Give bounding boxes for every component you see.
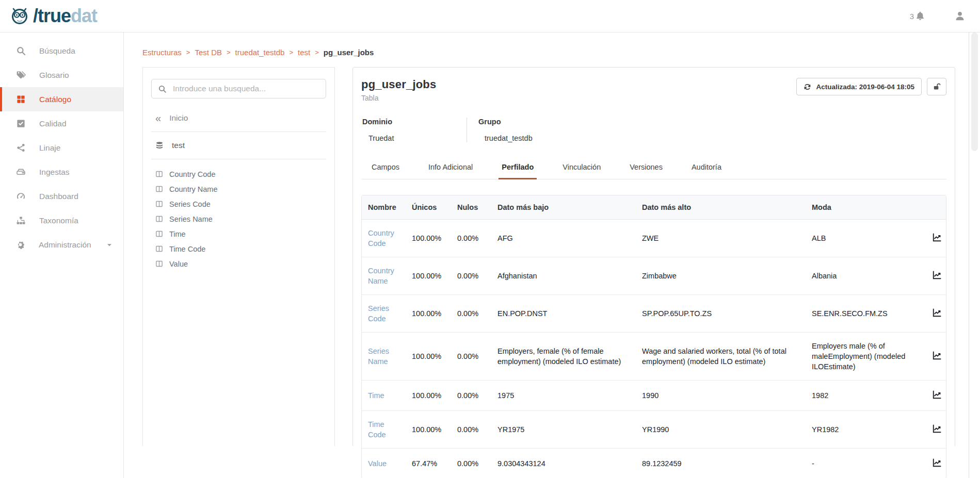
breadcrumb-link-test-db[interactable]: Test DB: [195, 48, 222, 57]
view-distribution-button[interactable]: [931, 307, 943, 320]
explorer-search-box[interactable]: [151, 79, 326, 98]
field-link-country-code[interactable]: Country Code: [368, 229, 394, 248]
cell-nulls: 0.00%: [451, 295, 491, 333]
view-distribution-button[interactable]: [931, 269, 943, 283]
cell-nulls: 0.00%: [451, 333, 491, 381]
sidebar-item-label: Búsqueda: [39, 46, 75, 56]
explorer-parent-node[interactable]: test: [143, 132, 334, 159]
sidebar-item-label: Administración: [39, 240, 91, 250]
notification-count: 3: [910, 12, 914, 21]
tab-info-adicional[interactable]: Info Adicional: [425, 159, 476, 179]
column-header-unicos: Únicos: [406, 195, 451, 220]
cell-name: Value: [362, 449, 406, 478]
tab-campos[interactable]: Campos: [368, 159, 403, 179]
bell-icon: [915, 11, 925, 21]
view-distribution-button[interactable]: [931, 457, 943, 470]
cell-nulls: 0.00%: [451, 220, 491, 257]
field-link-value[interactable]: Value: [368, 459, 387, 468]
cell-highest: Zimbabwe: [636, 257, 806, 295]
detail-tabs: CamposInfo AdicionalPerfiladoVinculación…: [361, 159, 946, 179]
cell-actions: [925, 333, 946, 381]
explorer-column-time[interactable]: Time: [143, 226, 334, 241]
explorer-column-series-name[interactable]: Series Name: [143, 211, 334, 226]
cell-actions: [925, 257, 946, 295]
structure-explorer-panel: « Inicio test Country CodeCountr: [142, 67, 335, 446]
sidebar-item-linaje[interactable]: Linaje: [0, 136, 123, 160]
cell-highest: ZWE: [636, 220, 806, 257]
table-columns-icon: [155, 230, 163, 238]
sidebar-item-administracion[interactable]: Administración: [0, 233, 123, 257]
field-link-time[interactable]: Time: [368, 391, 384, 400]
sidebar-item-taxonomia[interactable]: Taxonomía: [0, 208, 123, 233]
table-header-row: NombreÚnicosNulosDato más bajoDato más a…: [362, 195, 946, 220]
meta-section: DominioTruedatGrupotruedat_testdb: [361, 118, 946, 142]
cell-nulls: 0.00%: [451, 411, 491, 449]
tab-auditoria[interactable]: Auditoría: [688, 159, 725, 179]
user-avatar-icon[interactable]: [954, 10, 966, 22]
chart-line-icon: [932, 351, 942, 360]
cell-highest: 89.1232459: [636, 449, 806, 478]
breadcrumb: Estructuras>Test DB>truedat_testdb>test>…: [142, 48, 980, 57]
tab-vinculacion[interactable]: Vinculación: [559, 159, 604, 179]
cell-lowest: 1975: [491, 381, 636, 411]
field-link-time-code[interactable]: Time Code: [368, 420, 386, 439]
breadcrumb-link-test[interactable]: test: [298, 48, 310, 57]
table-columns-icon: [155, 215, 163, 223]
tab-perfilado[interactable]: Perfilado: [499, 159, 537, 179]
cell-name: Country Code: [362, 220, 406, 257]
sidebar-item-ingestas[interactable]: Ingestas: [0, 160, 123, 184]
meta-dominio: DominioTruedat: [361, 118, 467, 142]
breadcrumb-current: pg_user_jobs: [324, 48, 374, 57]
explorer-column-label: Series Name: [169, 215, 213, 223]
field-link-series-name[interactable]: Series Name: [368, 347, 389, 366]
chart-line-icon: [932, 458, 942, 468]
breadcrumb-link-truedat-testdb[interactable]: truedat_testdb: [235, 48, 285, 57]
field-link-series-code[interactable]: Series Code: [368, 304, 389, 323]
cell-name: Series Code: [362, 295, 406, 333]
column-header-actions: [925, 195, 946, 220]
sidebar-item-glosario[interactable]: Glosario: [0, 63, 123, 87]
explorer-back-home[interactable]: « Inicio: [143, 105, 334, 131]
column-header-dato-mas-bajo: Dato más bajo: [491, 195, 636, 220]
last-updated-button[interactable]: Actualizada: 2019-06-04 18:05: [796, 78, 922, 95]
view-distribution-button[interactable]: [931, 350, 943, 363]
scrollbar-thumb[interactable]: [971, 32, 978, 151]
lock-toggle-button[interactable]: [927, 78, 946, 95]
breadcrumb-link-estructuras[interactable]: Estructuras: [142, 48, 182, 57]
field-link-country-name[interactable]: Country Name: [368, 267, 394, 285]
explorer-parent-label: test: [172, 141, 185, 150]
cell-actions: [925, 295, 946, 333]
truedat-logo[interactable]: /truedat: [8, 5, 97, 27]
view-distribution-button[interactable]: [931, 389, 943, 402]
view-distribution-button[interactable]: [931, 232, 943, 245]
sidebar-item-catalogo[interactable]: Catálogo: [0, 87, 123, 111]
explorer-column-value[interactable]: Value: [143, 256, 334, 271]
breadcrumb-separator: >: [227, 48, 231, 56]
owl-logo-icon: [8, 5, 31, 27]
sidebar-item-dashboard[interactable]: Dashboard: [0, 184, 123, 208]
view-distribution-button[interactable]: [931, 423, 943, 436]
explorer-search-input[interactable]: [173, 84, 319, 93]
table-columns-icon: [155, 185, 163, 193]
cell-unique: 100.00%: [406, 295, 451, 333]
explorer-column-label: Country Code: [169, 170, 215, 178]
primary-sidebar: BúsquedaGlosarioCatálogoCalidadLinajeIng…: [0, 32, 124, 478]
profiling-table-container: NombreÚnicosNulosDato más bajoDato más a…: [361, 195, 946, 478]
sidebar-item-label: Catálogo: [39, 95, 71, 104]
hdd-icon: [15, 167, 26, 177]
sitemap-icon: [15, 216, 26, 225]
sidebar-item-label: Glosario: [39, 71, 69, 80]
explorer-column-country-name[interactable]: Country Name: [143, 182, 334, 196]
gear-icon: [15, 240, 25, 250]
cell-actions: [925, 411, 946, 449]
sidebar-item-busqueda[interactable]: Búsqueda: [0, 39, 123, 63]
tab-versiones[interactable]: Versiones: [626, 159, 666, 179]
explorer-column-series-code[interactable]: Series Code: [143, 196, 334, 211]
cell-highest: SP.POP.65UP.TO.ZS: [636, 295, 806, 333]
explorer-column-time-code[interactable]: Time Code: [143, 241, 334, 256]
sidebar-item-label: Dashboard: [39, 192, 78, 201]
sidebar-item-calidad[interactable]: Calidad: [0, 111, 123, 136]
explorer-column-country-code[interactable]: Country Code: [143, 167, 334, 182]
notifications-button[interactable]: 3: [910, 11, 925, 21]
cell-actions: [925, 381, 946, 411]
